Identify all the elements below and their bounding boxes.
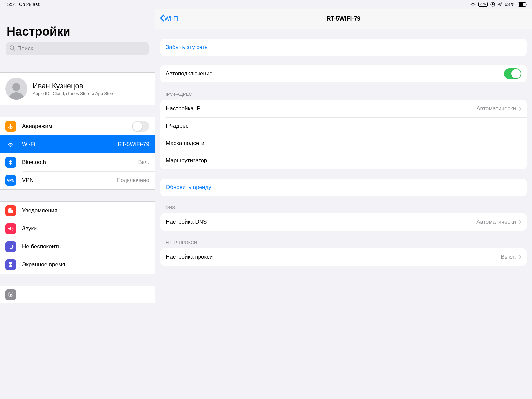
svg-line-5: [13, 49, 15, 50]
bluetooth-value: Вкл.: [138, 159, 149, 166]
vpn-label: VPN: [22, 177, 117, 184]
status-time: 15:51: [5, 2, 16, 7]
screentime-label: Экранное время: [22, 261, 149, 268]
sounds-label: Звуки: [22, 225, 149, 232]
dns-config-row[interactable]: Настройка DNS Автоматически: [160, 213, 426, 231]
airplane-toggle[interactable]: [132, 121, 149, 132]
wifi-label: Wi-Fi: [22, 141, 118, 148]
status-bar: 15:51 Ср 28 авг. VPN 63 %: [0, 0, 426, 9]
autojoin-label: Автоподключение: [166, 70, 426, 77]
svg-point-9: [10, 294, 12, 296]
sidebar-item-screentime[interactable]: Экранное время: [0, 256, 155, 274]
sidebar-item-dnd[interactable]: Не беспокоить: [0, 238, 155, 256]
back-label: Wi-Fi: [164, 15, 178, 22]
proxy-header: HTTP-ПРОКСИ: [166, 240, 426, 245]
sidebar-item-sounds[interactable]: Звуки: [0, 220, 155, 238]
sidebar-item-general[interactable]: [0, 286, 155, 303]
bluetooth-icon: [5, 157, 16, 168]
notifications-icon: [5, 205, 16, 216]
ip-config-row[interactable]: Настройка IP Автоматически: [160, 100, 426, 117]
autojoin-row: Автоподключение: [160, 65, 426, 82]
wifi-value: RT-5WiFi-79: [118, 141, 149, 148]
sidebar-item-bluetooth[interactable]: Bluetooth Вкл.: [0, 153, 155, 171]
dns-config-label: Настройка DNS: [166, 219, 426, 225]
renew-lease-button[interactable]: Обновить аренду: [160, 179, 426, 196]
airplane-label: Авиарежим: [22, 123, 132, 130]
detail-header: Wi-Fi RT-5WiFi-79: [155, 9, 426, 29]
vpn-value: Подключено: [117, 177, 149, 184]
proxy-config-row[interactable]: Настройка прокси Выкл.: [160, 248, 426, 266]
back-button[interactable]: Wi-Fi: [160, 14, 178, 23]
vpn-row-icon: VPN: [5, 175, 16, 186]
avatar: [5, 78, 27, 100]
search-input[interactable]: [17, 45, 145, 52]
ip-address-row: IP-адрес: [160, 117, 426, 135]
svg-point-6: [12, 83, 20, 91]
ip-config-label: Настройка IP: [166, 105, 426, 112]
profile-subtitle: Apple ID, iCloud, iTunes Store и App Sto…: [33, 91, 115, 96]
subnet-label: Маска подсети: [166, 140, 426, 147]
subnet-row: Маска подсети: [160, 135, 426, 152]
sidebar-item-wifi[interactable]: Wi-Fi RT-5WiFi-79: [0, 135, 155, 153]
sidebar-item-notifications[interactable]: Уведомления: [0, 202, 155, 220]
proxy-config-label: Настройка прокси: [166, 254, 426, 260]
chevron-left-icon: [160, 14, 164, 23]
hourglass-icon: [5, 259, 16, 270]
gear-icon: [5, 289, 16, 300]
dns-header: DNS: [166, 205, 426, 210]
router-row: Маршрутизатор: [160, 152, 426, 169]
dnd-label: Не беспокоить: [22, 243, 149, 250]
sidebar-item-vpn[interactable]: VPN VPN Подключено: [0, 171, 155, 189]
apple-id-row[interactable]: Иван Кузнецов Apple ID, iCloud, iTunes S…: [0, 73, 155, 105]
page-title: Настройки: [0, 9, 155, 42]
detail-pane: Wi-Fi RT-5WiFi-79 Забыть эту сеть Автопо…: [155, 9, 426, 319]
settings-sidebar: Настройки Иван Кузнецов Apple ID, iCloud…: [0, 9, 155, 319]
svg-point-4: [10, 46, 14, 49]
sounds-icon: [5, 223, 16, 234]
airplane-icon: [5, 121, 16, 132]
forget-network-button[interactable]: Забыть эту сеть: [160, 39, 426, 56]
search-icon: [9, 45, 17, 52]
search-field[interactable]: [6, 42, 149, 55]
detail-title: RT-5WiFi-79: [327, 15, 361, 22]
svg-point-8: [11, 208, 13, 210]
status-date: Ср 28 авг.: [19, 2, 40, 7]
moon-icon: [5, 241, 16, 252]
router-label: Маршрутизатор: [166, 157, 426, 164]
notifications-label: Уведомления: [22, 207, 149, 214]
profile-name: Иван Кузнецов: [33, 82, 115, 90]
wifi-row-icon: [5, 139, 16, 150]
sidebar-item-airplane[interactable]: Авиарежим: [0, 117, 155, 135]
ip-address-label: IP-адрес: [166, 123, 426, 129]
ipv4-header: IPV4-АДРЕС: [166, 92, 426, 97]
bluetooth-label: Bluetooth: [22, 159, 138, 166]
